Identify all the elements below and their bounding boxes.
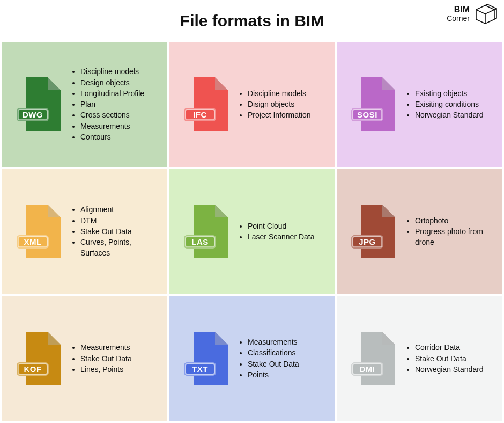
feature-list: OrtophotoProgress photo from drone [403, 215, 494, 248]
file-icon-wrap: LAS [177, 205, 236, 258]
file-ext-text: JPG [359, 237, 376, 246]
file-ext-text: DWG [23, 110, 43, 119]
file-ext-text: KOF [24, 364, 41, 374]
card-xml: XMLAlignmentDTMStake Out DataCurves, Poi… [2, 169, 167, 294]
list-item: Measurements [248, 337, 299, 347]
list-item: Existing objects [415, 88, 484, 99]
list-item: Points [248, 369, 299, 380]
feature-list: MeasurementsClassificationsStake Out Dat… [236, 337, 299, 380]
card-sosi: SOSIExisting objectsExisiting conditions… [337, 42, 502, 167]
list-item: Ortophoto [415, 215, 494, 226]
list-item: Lines, Points [80, 364, 132, 375]
list-item: Stake Out Data [80, 353, 132, 364]
list-item: Laser Scanner Data [248, 231, 315, 242]
file-icon: SOSI [352, 77, 395, 131]
file-ext-text: LAS [191, 237, 209, 246]
list-item: Longitudinal Profile [80, 88, 144, 99]
list-item: Measurements [80, 342, 132, 353]
list-item: Measurements [80, 121, 144, 132]
card-dmi: DMICorridor DataStake Out DataNorwegian … [337, 296, 502, 421]
list-item: Design objects [80, 77, 144, 88]
file-ext-badge: IFC [184, 108, 216, 121]
list-item: Point Cloud [248, 221, 315, 231]
card-kof: KOFMeasurementsStake Out DataLines, Poin… [2, 296, 167, 421]
file-ext-text: TXT [192, 364, 208, 374]
list-item: Project Information [248, 110, 311, 120]
page-title: File formats in BIM [180, 12, 324, 30]
box-icon [473, 3, 498, 25]
file-ext-badge: DMI [351, 362, 383, 376]
file-ext-badge: JPG [351, 235, 383, 249]
logo-line2: Corner [447, 14, 470, 23]
file-ext-badge: LAS [184, 235, 216, 249]
file-ext-badge: DWG [17, 108, 49, 121]
list-item: Corridor Data [415, 342, 484, 353]
file-icon-wrap: JPG [344, 205, 403, 258]
feature-list: Discipline modelsDisign objectsProject I… [236, 88, 311, 121]
list-item: Classifications [248, 347, 299, 358]
logo-line1: BIM [447, 5, 470, 14]
file-icon-wrap: SOSI [344, 77, 403, 131]
file-icon: KOF [18, 332, 61, 385]
card-ifc: IFCDiscipline modelsDisign objectsProjec… [169, 42, 335, 167]
file-icon-wrap: DWG [10, 77, 69, 131]
list-item: Stake Out Data [80, 226, 160, 237]
list-item: Exisiting conditions [415, 99, 484, 110]
list-item: Curves, Points, Surfaces [80, 237, 160, 259]
card-las: LASPoint CloudLaser Scanner Data [169, 169, 335, 294]
logo-text: BIM Corner [447, 5, 470, 23]
file-icon-wrap: IFC [177, 77, 236, 131]
file-icon-wrap: KOF [10, 332, 69, 385]
feature-list: Existing objectsExisiting conditionsNorw… [403, 88, 484, 121]
file-ext-badge: KOF [17, 362, 49, 376]
list-item: Norwegian Standard [415, 364, 484, 375]
file-ext-badge: SOSI [351, 108, 383, 121]
file-ext-text: DMI [360, 364, 375, 374]
list-item: Stake Out Data [415, 353, 484, 364]
file-icon-wrap: TXT [177, 332, 236, 385]
file-ext-badge: TXT [184, 362, 216, 376]
feature-list: MeasurementsStake Out DataLines, Points [69, 342, 132, 375]
list-item: Cross sections [80, 110, 144, 120]
header: File formats in BIM BIM Corner [0, 0, 504, 42]
logo: BIM Corner [447, 3, 498, 25]
cards-grid: DWGDiscipline modelsDesign objectsLongit… [0, 42, 504, 423]
feature-list: Discipline modelsDesign objectsLongitudi… [69, 66, 144, 142]
list-item: Discipline models [248, 88, 311, 99]
card-jpg: JPGOrtophotoProgress photo from drone [337, 169, 502, 294]
list-item: Contours [80, 132, 144, 142]
file-icon: DMI [352, 332, 395, 385]
file-icon-wrap: DMI [344, 332, 403, 385]
file-ext-text: IFC [193, 110, 207, 119]
file-icon-wrap: XML [10, 205, 69, 258]
list-item: Norwegian Standard [415, 110, 484, 120]
list-item: DTM [80, 215, 160, 226]
file-ext-text: SOSI [357, 110, 377, 119]
feature-list: Corridor DataStake Out DataNorwegian Sta… [403, 342, 484, 375]
list-item: Progress photo from drone [415, 226, 494, 248]
card-txt: TXTMeasurementsClassificationsStake Out … [169, 296, 335, 421]
file-ext-text: XML [24, 237, 41, 246]
file-icon: TXT [185, 332, 228, 385]
file-icon: IFC [185, 77, 228, 131]
list-item: Disign objects [248, 99, 311, 110]
file-icon: XML [18, 205, 61, 258]
feature-list: Point CloudLaser Scanner Data [236, 221, 315, 243]
file-icon: LAS [185, 205, 228, 258]
list-item: Stake Out Data [248, 359, 299, 369]
card-dwg: DWGDiscipline modelsDesign objectsLongit… [2, 42, 167, 167]
list-item: Alignment [80, 204, 160, 215]
list-item: Discipline models [80, 66, 144, 77]
list-item: Plan [80, 99, 144, 110]
file-ext-badge: XML [17, 235, 49, 249]
feature-list: AlignmentDTMStake Out DataCurves, Points… [69, 204, 160, 258]
file-icon: DWG [18, 77, 61, 131]
file-icon: JPG [352, 205, 395, 258]
